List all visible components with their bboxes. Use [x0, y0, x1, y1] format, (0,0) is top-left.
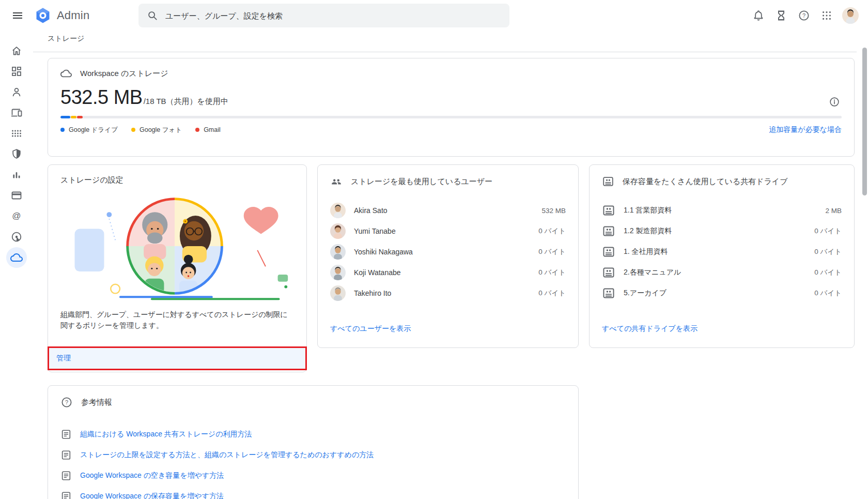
sidebar-item-storage[interactable]: [6, 247, 27, 268]
scrollbar-thumb[interactable]: [862, 48, 867, 195]
groups-icon: [330, 175, 343, 188]
legend-item-photos: Google フォト: [131, 126, 182, 134]
menu-button[interactable]: [6, 4, 29, 27]
gmail-legend-dot: [195, 128, 199, 132]
sidebar-item-account[interactable]: @: [6, 206, 27, 226]
user-row: Yoshiki Nakagawa 0 バイト: [330, 241, 566, 262]
storage-info-button[interactable]: [823, 90, 846, 113]
resource-link[interactable]: Google Workspace の空き容量を増やす方法: [80, 471, 224, 480]
product-name: Admin: [57, 9, 89, 22]
user-row: Akira Sato 532 MB: [330, 200, 566, 221]
legend-item-gmail: Gmail: [195, 126, 221, 133]
apps-grid-icon: [821, 10, 832, 21]
shared-drive-icon: [602, 204, 615, 217]
storage-settings-illustration: [60, 188, 294, 303]
workspace-storage-card: Workspace のストレージ 532.5 MB /18 TB（共用）を使用中…: [48, 58, 855, 157]
legend-item-drive: Google ドライブ: [60, 126, 118, 134]
shared-drive-icon: [602, 245, 615, 259]
svg-text:?: ?: [802, 12, 805, 19]
manage-link[interactable]: 管理: [56, 354, 71, 363]
admin-logo[interactable]: Admin: [34, 4, 89, 27]
user-avatar: [330, 265, 346, 280]
account-avatar[interactable]: [842, 7, 859, 24]
article-icon: [60, 429, 72, 440]
article-icon: [60, 449, 72, 461]
drive-row: 1. 全社用資料 0 バイト: [602, 241, 842, 262]
devices-icon: [10, 107, 23, 119]
shared-drive-icon: [602, 175, 614, 188]
card-title: Workspace のストレージ: [80, 69, 168, 79]
help-button[interactable]: ?: [793, 4, 815, 27]
user-row: Yumi Tanabe 0 バイト: [330, 221, 566, 241]
bell-icon: [752, 9, 765, 22]
resource-row: Google Workspace の空き容量を増やす方法: [60, 465, 566, 486]
at-sign-icon: @: [10, 210, 23, 222]
photos-usage-segment: [71, 116, 76, 118]
user-avatar: [330, 203, 346, 218]
user-avatar: [330, 285, 346, 301]
apps-dots-icon: [10, 127, 23, 140]
card-title: ストレージの設定: [60, 175, 294, 185]
resource-link[interactable]: ストレージの上限を設定する方法と、組織のストレージを管理するためのおすすめの方法: [80, 450, 374, 460]
view-all-users-link[interactable]: すべてのユーザーを表示: [330, 324, 566, 334]
sidebar-item-dashboard[interactable]: [6, 61, 27, 82]
tasks-button[interactable]: [770, 4, 793, 27]
admin-logo-icon: [34, 7, 52, 24]
article-icon: [60, 470, 72, 481]
drive-usage-segment: [60, 116, 70, 118]
storage-quota-text: /18 TB（共用）を使用中: [144, 97, 228, 107]
sidebar-item-rules[interactable]: [6, 226, 27, 247]
user-row: Koji Watanabe 0 バイト: [330, 262, 566, 283]
bar-chart-icon: [10, 169, 23, 181]
gmail-usage-segment: [77, 116, 83, 118]
sidebar-item-billing[interactable]: [6, 185, 27, 206]
person-icon: [10, 86, 23, 98]
notifications-button[interactable]: [747, 4, 770, 27]
cloud-icon: [10, 251, 23, 264]
svg-text:@: @: [12, 211, 21, 221]
drive-row: 1.1 営業部資料 2 MB: [602, 200, 842, 221]
sidebar-item-home[interactable]: [6, 40, 27, 61]
resource-row: ストレージの上限を設定する方法と、組織のストレージを管理するためのおすすめの方法: [60, 445, 566, 465]
user-avatar: [330, 244, 346, 260]
shared-drive-icon: [602, 286, 615, 300]
resource-link[interactable]: 組織における Workspace 共有ストレージの利用方法: [80, 430, 252, 439]
main-content: Workspace のストレージ 532.5 MB /18 TB（共用）を使用中…: [48, 58, 855, 499]
view-all-shared-drives-link[interactable]: すべての共有ドライブを表示: [602, 324, 842, 334]
search-input[interactable]: [165, 11, 501, 20]
sidebar-item-directory[interactable]: [6, 82, 27, 102]
sidebar-item-security[interactable]: [6, 144, 27, 164]
info-icon: [829, 96, 840, 108]
sidebar-item-devices[interactable]: [6, 102, 27, 123]
dashboard-icon: [10, 65, 23, 78]
resource-row: Google Workspace の保存容量を増やす方法: [60, 486, 566, 499]
sidebar: @: [0, 31, 33, 499]
shared-drives-list: 1.1 営業部資料 2 MB 1.2 製造部資料 0 バイト 1. 全社用資料 …: [602, 200, 842, 304]
apps-grid-button[interactable]: [815, 4, 838, 27]
drive-row: 2.各種マニュアル 0 バイト: [602, 262, 842, 283]
more-storage-link[interactable]: 追加容量が必要な場合: [769, 125, 842, 134]
card-title: ストレージを最も使用しているユーザー: [351, 177, 492, 187]
highlight-annotation-box: 管理: [48, 346, 307, 370]
storage-usage-bar: [60, 116, 842, 118]
shared-drive-icon: [602, 224, 615, 238]
resource-row: 組織における Workspace 共有ストレージの利用方法: [60, 424, 566, 445]
shared-drives-card: 保存容量をたくさん使用している共有ドライブ 1.1 営業部資料 2 MB 1.2…: [589, 164, 855, 348]
resource-link[interactable]: Google Workspace の保存容量を増やす方法: [80, 492, 224, 499]
card-title: 保存容量をたくさん使用している共有ドライブ: [623, 177, 788, 187]
sidebar-item-reporting[interactable]: [6, 164, 27, 185]
sidebar-item-apps[interactable]: [6, 123, 27, 144]
svg-text:?: ?: [65, 399, 68, 405]
topbar-actions: ?: [747, 4, 863, 27]
storage-settings-card: ストレージの設定: [48, 164, 307, 372]
drive-row: 5.アーカイブ 0 バイト: [602, 283, 842, 304]
header-divider: [33, 52, 857, 52]
cloud-icon: [60, 68, 72, 79]
top-users-card: ストレージを最も使用しているユーザー Akira Sato 532 MB Yum…: [317, 164, 579, 348]
shared-drive-icon: [602, 266, 615, 279]
article-icon: [60, 491, 72, 499]
drive-legend-dot: [60, 128, 65, 132]
shield-icon: [10, 148, 23, 160]
search-bar[interactable]: [138, 4, 509, 27]
search-icon: [147, 10, 158, 21]
